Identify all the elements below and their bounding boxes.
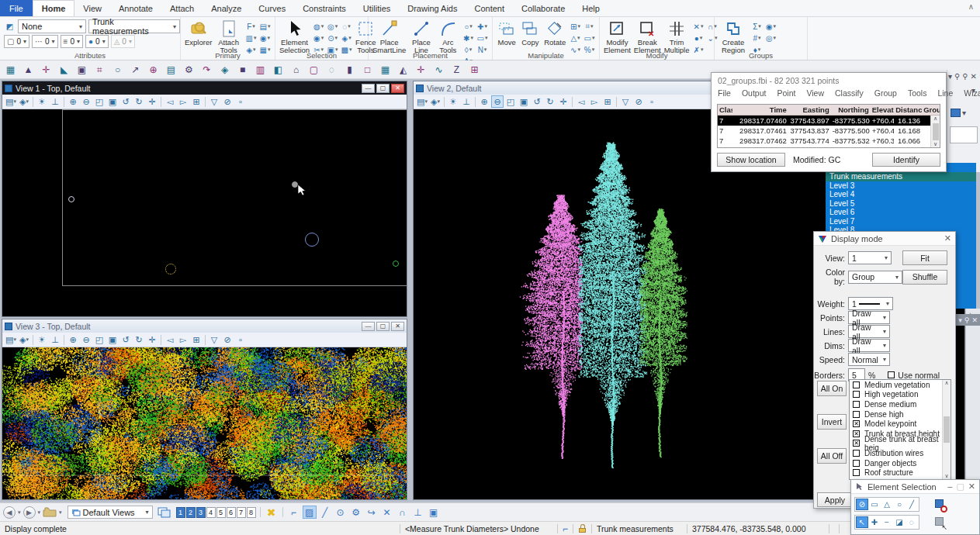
column-header-class[interactable]: Class	[718, 105, 732, 114]
view-tool-1-icon[interactable]: ▤▾	[416, 95, 428, 108]
class-item[interactable]: Danger objects	[850, 458, 951, 468]
class-checkbox[interactable]: ✕	[853, 440, 860, 447]
column-header-distance[interactable]: Distance	[894, 105, 922, 114]
terrascan-tool-10-icon[interactable]: ▤	[162, 62, 180, 78]
manipulate-tool-3-icon[interactable]: △▾	[570, 33, 581, 43]
chevron-down-icon[interactable]: ▾	[38, 509, 41, 516]
terrascan-tool-4-icon[interactable]: ◣	[55, 62, 73, 78]
lock-icon[interactable]	[578, 524, 587, 533]
move-button[interactable]: Move	[497, 19, 517, 47]
selection-method-4-icon[interactable]: ◪	[893, 516, 906, 528]
tab-drawing-aids[interactable]: Drawing Aids	[399, 0, 466, 16]
all-on-button[interactable]: All On	[817, 381, 847, 396]
terrascan-tool-16-icon[interactable]: ◧	[269, 62, 287, 78]
close-icon[interactable]: ✕	[971, 316, 978, 324]
view-tool-11-icon[interactable]: ✛	[146, 95, 158, 108]
all-off-button[interactable]: All Off	[817, 448, 847, 464]
restore-icon[interactable]: ▢	[376, 84, 390, 93]
modify-element-button[interactable]: Modify Element	[604, 19, 631, 55]
trim-multiple-button[interactable]: Trim Multiple	[664, 19, 690, 55]
fence-void-icon[interactable]: ✖	[265, 506, 279, 519]
view-tool-1-icon[interactable]: ▤▾	[5, 95, 17, 108]
trunk-marker-3[interactable]	[305, 233, 319, 247]
snap-mode-6-icon[interactable]: ↪	[365, 506, 379, 519]
class-item[interactable]: ✕Dense trunk at breast heig	[850, 439, 951, 449]
column-header-time[interactable]: Time	[732, 105, 788, 114]
terrascan-tool-1-icon[interactable]: ▦	[2, 62, 19, 78]
panel-input[interactable]	[950, 126, 978, 143]
view-tool-5-icon[interactable]: ⊕	[67, 333, 79, 346]
terrascan-tool-17-icon[interactable]: ⌂	[287, 62, 305, 78]
view-tool-2-icon[interactable]: ◈▾	[18, 333, 30, 346]
create-region-button[interactable]: Create Region	[719, 19, 748, 55]
view-tool-10-icon[interactable]: ↻	[133, 333, 145, 346]
explorer-button[interactable]: Explorer	[185, 19, 212, 47]
view-tool-9-icon[interactable]: ↺	[531, 95, 543, 108]
selection-mode-3-icon[interactable]: △	[881, 499, 893, 510]
view-tool-16-icon[interactable]: ⊘	[632, 95, 645, 108]
snap-status-icon[interactable]: ⌐	[563, 523, 568, 534]
view-history-icon[interactable]	[43, 507, 57, 517]
primary-tool-3-icon[interactable]: ▥▾	[245, 33, 257, 43]
placement-tool-1-icon[interactable]: ○▾	[462, 21, 474, 32]
close-icon[interactable]: ✕	[391, 84, 404, 93]
tab-constraints[interactable]: Constraints	[294, 0, 355, 16]
class-checkbox[interactable]	[853, 460, 860, 467]
view-toggle-5[interactable]: 5	[216, 507, 226, 518]
selection-mode-1-icon[interactable]: ⊘	[856, 499, 868, 510]
trunk-marker-5[interactable]	[393, 261, 399, 267]
view-tool-11-icon[interactable]: ✛	[557, 95, 570, 108]
fit-button[interactable]: Fit	[902, 250, 947, 265]
column-header-elevation[interactable]: Elevation	[871, 105, 894, 114]
selection-tool-3-icon[interactable]: ◌▾	[341, 21, 352, 32]
view-tool-5-icon[interactable]: ⊕	[67, 95, 79, 108]
minimize-icon[interactable]: —	[362, 322, 375, 331]
back-button[interactable]: ◀	[3, 506, 16, 519]
class-checkbox[interactable]	[853, 401, 860, 408]
terrascan-tool-2-icon[interactable]: ▲	[19, 62, 37, 78]
class-list-scrollbar[interactable]: ∧∨	[942, 380, 951, 479]
view-tool-15-icon[interactable]: ▽	[619, 95, 632, 108]
class-checkbox[interactable]: ✕	[853, 430, 860, 437]
view-tool-7-icon[interactable]: ◰	[504, 95, 517, 108]
groups-tool-4-icon[interactable]: ◎▾	[765, 33, 777, 43]
view-tool-14-icon[interactable]: ⊞	[601, 95, 614, 108]
level-item[interactable]: Level 3	[826, 181, 976, 191]
pin-icon[interactable]: ⚲	[954, 72, 960, 81]
table-row[interactable]: 7298317.07460377543.897-83775.530+760.43…	[718, 116, 940, 126]
chevron-down-icon[interactable]: ▾	[18, 509, 21, 516]
view-tool-11-icon[interactable]: ✛	[146, 333, 158, 346]
snap-mode-4-icon[interactable]: ⊙	[334, 506, 348, 519]
view-tool-3-icon[interactable]: ☀	[36, 333, 48, 346]
chevron-down-icon[interactable]: ▾	[962, 109, 966, 117]
view-tool-2-icon[interactable]: ◈▾	[18, 95, 30, 108]
manipulate-tool-4-icon[interactable]: ▭▾	[583, 33, 595, 43]
class-checkbox[interactable]	[853, 450, 860, 457]
selection-tool-4-icon[interactable]: ◉▾	[313, 33, 324, 43]
shuffle-button[interactable]: Shuffle	[902, 270, 947, 285]
terrascan-tool-9-icon[interactable]: ⊕	[144, 62, 162, 78]
terrascan-tool-23-icon[interactable]: ◭	[394, 62, 412, 78]
view-tool-10-icon[interactable]: ↻	[133, 95, 145, 108]
view-tool-8-icon[interactable]: ▣	[106, 95, 119, 108]
view-tool-6-icon[interactable]: ⊖	[80, 333, 92, 346]
selection-tool-6-icon[interactable]: ◈▾	[341, 33, 352, 43]
view-toggle-8[interactable]: 8	[247, 507, 256, 518]
class-item[interactable]: Medium vegetation	[850, 380, 951, 390]
view-tool-5-icon[interactable]: ⊕	[478, 95, 490, 108]
display-mode-titlebar[interactable]: Display mode ✕	[814, 232, 955, 246]
selection-tool-5-icon[interactable]: ⊙▾	[327, 33, 338, 43]
break-element-button[interactable]: ✕ Break Element	[634, 19, 661, 55]
tab-annotate[interactable]: Annotate	[110, 0, 161, 16]
view3-titlebar[interactable]: View 3 - Top, Default —▢✕	[2, 319, 407, 333]
collapse-ribbon-icon[interactable]: ∧	[968, 2, 974, 11]
terrascan-tool-15-icon[interactable]: ▥	[251, 62, 269, 78]
selection-method-2-icon[interactable]: ✚	[868, 516, 881, 528]
dims-select[interactable]: Draw all▾	[848, 339, 890, 352]
snap-mode-1-icon[interactable]: ⌐	[287, 506, 301, 519]
terrascan-tool-3-icon[interactable]: ✛	[37, 62, 55, 78]
level-item-selected[interactable]: Trunk measurements	[826, 172, 976, 181]
view-tool-13-icon[interactable]: ▻	[588, 95, 601, 108]
terrascan-tool-18-icon[interactable]: ▢	[305, 62, 323, 78]
view3-canvas[interactable]	[2, 347, 407, 499]
